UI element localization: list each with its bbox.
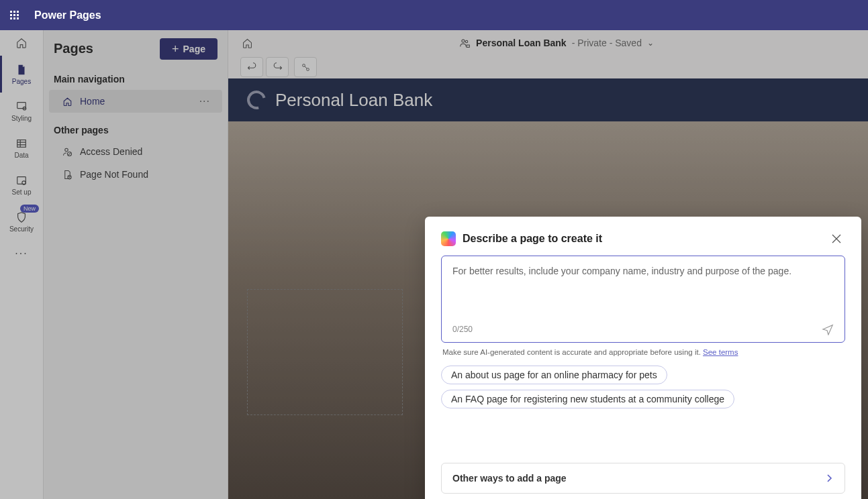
shield-icon xyxy=(15,211,28,224)
add-page-button[interactable]: + Page xyxy=(160,38,218,60)
close-button[interactable] xyxy=(828,231,845,246)
panel-title: Pages xyxy=(54,41,93,56)
person-denied-icon xyxy=(61,147,73,157)
app-launcher-icon[interactable] xyxy=(10,11,19,20)
people-lock-icon xyxy=(459,38,471,49)
chevron-right-icon xyxy=(824,474,834,483)
rail-setup[interactable]: Set up xyxy=(0,166,43,203)
page-error-icon xyxy=(61,170,73,180)
styling-icon xyxy=(15,100,28,113)
prompt-input[interactable] xyxy=(452,266,834,319)
home-icon[interactable] xyxy=(242,38,253,49)
tree-home[interactable]: Home ··· xyxy=(49,90,222,113)
main-nav-heading: Main navigation xyxy=(44,67,228,89)
side-panel: Pages + Page Main navigation Home ··· Ot… xyxy=(44,30,228,499)
undo-button[interactable] xyxy=(240,57,263,77)
rail-more[interactable]: ··· xyxy=(0,240,43,267)
nav-rail: Pages Styling Data Set up New Security xyxy=(0,30,44,499)
rail-security[interactable]: New Security xyxy=(0,203,43,240)
suggestion-chip[interactable]: An FAQ page for registering new students… xyxy=(441,390,734,408)
modal-title: Describe a page to create it xyxy=(463,233,821,245)
pages-icon xyxy=(15,63,28,76)
plus-icon: + xyxy=(172,43,179,55)
svg-point-8 xyxy=(462,39,465,42)
char-counter: 0/250 xyxy=(452,325,473,334)
tree-access-denied[interactable]: Access Denied xyxy=(49,141,222,162)
svg-rect-3 xyxy=(17,177,26,184)
svg-rect-10 xyxy=(467,45,469,47)
site-header: Personal Loan Bank xyxy=(228,78,868,121)
link-button[interactable] xyxy=(294,57,317,77)
tree-page-not-found[interactable]: Page Not Found xyxy=(49,164,222,185)
redo-icon xyxy=(273,62,283,72)
see-terms-link[interactable]: See terms xyxy=(703,348,738,356)
app-title: Power Pages xyxy=(34,9,101,21)
other-ways-button[interactable]: Other ways to add a page xyxy=(441,463,845,494)
home-icon xyxy=(15,37,28,49)
svg-point-5 xyxy=(64,148,68,152)
rail-data[interactable]: Data xyxy=(0,129,43,166)
undo-icon xyxy=(247,62,257,72)
redo-button[interactable] xyxy=(266,57,289,77)
send-icon xyxy=(822,323,834,335)
link-icon xyxy=(301,62,311,72)
svg-point-12 xyxy=(306,68,309,70)
close-icon xyxy=(832,234,841,243)
setup-icon xyxy=(15,174,28,187)
svg-point-9 xyxy=(465,40,467,42)
svg-rect-2 xyxy=(17,140,26,148)
crumb-bar: Personal Loan Bank - Private - Saved ⌄ xyxy=(228,30,868,56)
chevron-down-icon: ⌄ xyxy=(647,38,654,48)
rail-styling[interactable]: Styling xyxy=(0,93,43,129)
top-bar: Power Pages xyxy=(0,0,868,30)
home-button[interactable] xyxy=(0,30,43,56)
more-icon: ··· xyxy=(15,247,28,260)
site-logo-icon xyxy=(244,87,269,113)
copilot-modal: Describe a page to create it 0/250 Make … xyxy=(425,217,861,499)
prompt-box: 0/250 xyxy=(441,256,845,343)
copilot-icon xyxy=(441,231,456,246)
rail-pages[interactable]: Pages xyxy=(0,56,43,93)
more-icon[interactable]: ··· xyxy=(199,95,210,107)
svg-rect-0 xyxy=(17,103,26,109)
send-button[interactable] xyxy=(822,323,834,335)
data-icon xyxy=(15,137,28,150)
home-icon xyxy=(61,97,73,107)
suggestion-chip[interactable]: An about us page for an online pharmacy … xyxy=(441,366,667,384)
other-pages-heading: Other pages xyxy=(44,118,228,140)
site-header-title: Personal Loan Bank xyxy=(275,90,432,111)
new-badge: New xyxy=(20,205,39,213)
disclaimer: Make sure AI-generated content is accura… xyxy=(442,348,844,356)
site-selector[interactable]: Personal Loan Bank - Private - Saved ⌄ xyxy=(258,38,855,49)
svg-point-11 xyxy=(302,64,305,66)
